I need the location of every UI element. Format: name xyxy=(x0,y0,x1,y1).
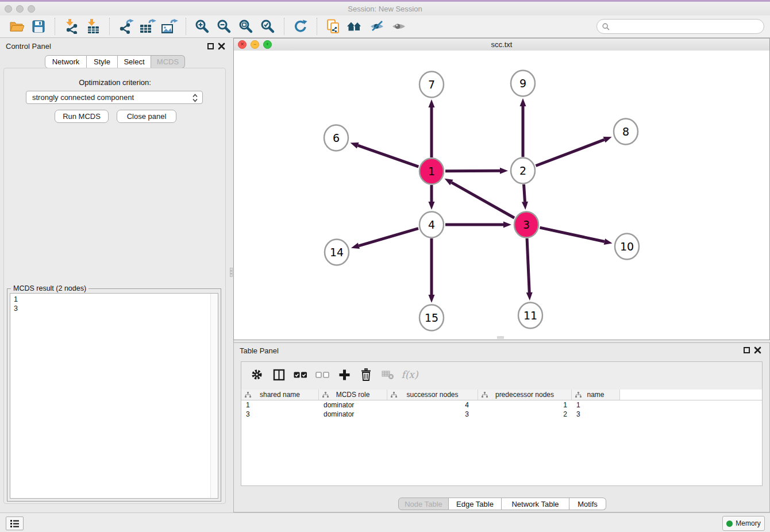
horizontal-scroll-thumb[interactable] xyxy=(497,336,504,339)
deselect-all-icon[interactable] xyxy=(314,367,330,383)
graph-node-label: 15 xyxy=(425,311,438,324)
close-panel-icon[interactable] xyxy=(754,346,761,354)
graph-edge-arrow xyxy=(429,202,435,210)
table-rows: 1dominator4113dominator323 xyxy=(241,400,762,485)
network-canvas[interactable]: 7968124314101511 xyxy=(234,51,769,340)
search-icon xyxy=(602,23,610,30)
table-cell[interactable]: 1 xyxy=(241,400,319,410)
graph-edge-1-2[interactable] xyxy=(445,171,500,171)
mcds-result-text[interactable]: 1 3 xyxy=(10,293,218,499)
graph-edge-2-3[interactable] xyxy=(524,184,525,202)
table-cell[interactable]: 3 xyxy=(241,410,319,419)
zoom-selected-icon[interactable] xyxy=(259,17,277,36)
table-cell[interactable]: 4 xyxy=(387,400,478,410)
show-all-icon[interactable] xyxy=(390,17,408,36)
save-session-icon[interactable] xyxy=(29,17,48,36)
float-panel-icon[interactable] xyxy=(207,43,214,49)
optimization-criterion-label: Optimization criterion: xyxy=(0,78,230,87)
graph-node-label: 4 xyxy=(428,218,435,231)
toolbar-separator xyxy=(186,18,186,35)
run-mcds-button[interactable]: Run MCDS xyxy=(55,110,109,123)
header-filler xyxy=(620,390,762,400)
table-cell[interactable]: 3 xyxy=(572,410,620,419)
select-chevrons-icon xyxy=(192,94,198,102)
graph-edge-3-11[interactable] xyxy=(527,238,529,292)
table-panel-title: Table Panel xyxy=(240,346,279,355)
memory-button[interactable]: Memory xyxy=(722,516,765,531)
export-table-icon[interactable] xyxy=(138,17,157,36)
graph-edge-arrow xyxy=(603,137,612,142)
tab-network-table[interactable]: Network Table xyxy=(502,498,569,510)
column-header-shared-name[interactable]: shared name xyxy=(241,390,319,400)
graph-node-label: 9 xyxy=(519,77,526,90)
result-line: 3 xyxy=(14,304,214,313)
criterion-value: strongly connected component xyxy=(32,93,134,102)
graph-edge-4-14[interactable] xyxy=(359,229,418,246)
result-line: 1 xyxy=(14,295,214,304)
zoom-in-icon[interactable] xyxy=(193,17,211,36)
delete-rows-icon[interactable] xyxy=(358,367,374,383)
column-header-label: predecessor nodes xyxy=(495,391,554,399)
graph-edge-1-6[interactable] xyxy=(358,145,419,167)
control-panel-header: Control Panel xyxy=(0,38,230,54)
tab-style[interactable]: Style xyxy=(87,55,118,68)
table-row[interactable]: 1dominator411 xyxy=(241,400,762,410)
table-settings-icon[interactable] xyxy=(249,367,265,383)
export-image-icon[interactable] xyxy=(160,17,179,36)
table-row[interactable]: 3dominator323 xyxy=(241,410,762,419)
network-graph[interactable]: 7968124314101511 xyxy=(234,51,769,340)
refresh-layout-icon[interactable] xyxy=(291,17,310,36)
graph-edge-arrow xyxy=(500,168,508,174)
scrollbar-track[interactable] xyxy=(210,294,218,498)
home-layout-icon[interactable] xyxy=(346,17,364,36)
column-header-MCDS-role[interactable]: MCDS role xyxy=(319,390,387,400)
graph-edge-2-8[interactable] xyxy=(536,140,604,165)
table-cell[interactable]: 2 xyxy=(478,410,572,419)
zoom-out-icon[interactable] xyxy=(215,17,233,36)
search-box[interactable] xyxy=(596,19,764,34)
tab-mcds[interactable]: MCDS xyxy=(151,55,185,68)
tab-motifs[interactable]: Motifs xyxy=(569,498,606,510)
column-header-name[interactable]: name xyxy=(572,390,620,400)
network-window-titlebar: ✕ − + scc.txt xyxy=(234,38,769,51)
table-cell[interactable]: 3 xyxy=(387,410,478,419)
table-cell[interactable]: dominator xyxy=(319,410,387,419)
zoom-fit-icon[interactable] xyxy=(237,17,255,36)
export-network-icon[interactable] xyxy=(117,17,135,36)
delete-table-icon xyxy=(380,367,396,383)
search-input[interactable] xyxy=(613,22,759,32)
close-panel-icon[interactable] xyxy=(218,43,225,50)
column-header-label: successor nodes xyxy=(406,391,458,399)
table-cell[interactable]: 1 xyxy=(478,400,572,410)
show-columns-icon[interactable] xyxy=(271,367,287,383)
graph-edge-3-10[interactable] xyxy=(540,228,604,241)
criterion-select[interactable]: strongly connected component xyxy=(26,91,203,104)
column-header-successor-nodes[interactable]: successor nodes xyxy=(387,390,478,400)
graph-edge-3-1[interactable] xyxy=(452,183,514,218)
tab-select[interactable]: Select xyxy=(118,55,151,68)
graph-edge-arrow xyxy=(351,142,359,148)
toolbar-separator xyxy=(317,18,317,35)
control-panel-title: Control Panel xyxy=(6,42,51,51)
divider-grabber[interactable] xyxy=(230,268,233,277)
duplicate-network-icon[interactable] xyxy=(324,17,342,36)
mcds-result-group: MCDS result (2 nodes) 1 3 xyxy=(7,288,221,502)
node-table-container: f(x) shared nameMCDS rolesuccessor nodes… xyxy=(241,361,763,486)
float-panel-icon[interactable] xyxy=(744,347,750,353)
select-all-icon[interactable] xyxy=(292,367,309,383)
import-table-icon[interactable] xyxy=(84,17,102,36)
import-network-icon[interactable] xyxy=(62,17,80,36)
hide-selected-icon[interactable] xyxy=(368,17,386,36)
tab-edge-table[interactable]: Edge Table xyxy=(449,498,502,510)
app-titlebar: Session: New Session xyxy=(0,2,770,16)
column-header-predecessor-nodes[interactable]: predecessor nodes xyxy=(478,390,572,400)
tab-network[interactable]: Network xyxy=(45,55,87,68)
table-cell[interactable]: dominator xyxy=(319,400,387,410)
add-row-icon[interactable] xyxy=(336,367,352,383)
task-history-button[interactable] xyxy=(6,516,24,530)
app-title: Session: New Session xyxy=(0,5,770,13)
table-cell[interactable]: 1 xyxy=(572,400,620,410)
close-panel-button[interactable]: Close panel xyxy=(117,110,176,123)
tab-node-table[interactable]: Node Table xyxy=(398,498,449,510)
open-session-icon[interactable] xyxy=(7,17,26,36)
